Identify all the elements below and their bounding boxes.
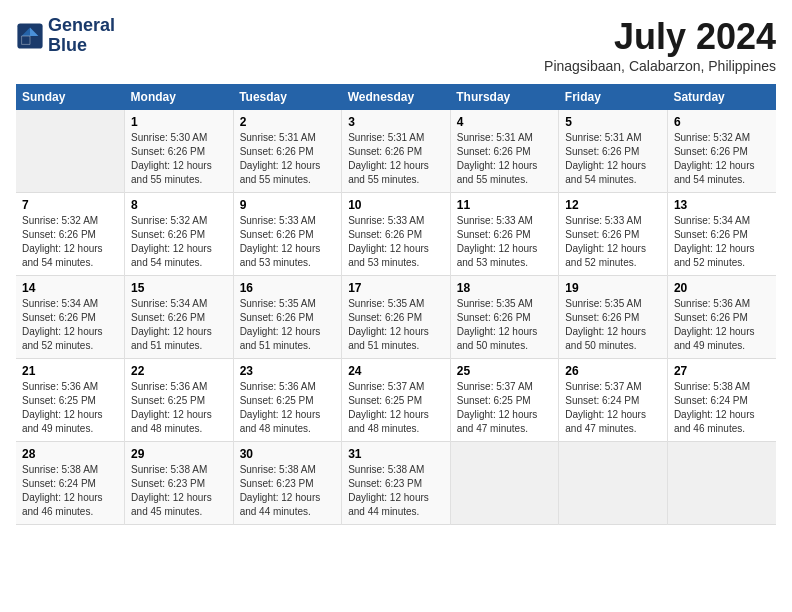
column-header-saturday: Saturday <box>667 84 776 110</box>
calendar-cell: 18Sunrise: 5:35 AM Sunset: 6:26 PM Dayli… <box>450 276 559 359</box>
day-info: Sunrise: 5:36 AM Sunset: 6:25 PM Dayligh… <box>22 380 118 436</box>
calendar-cell: 23Sunrise: 5:36 AM Sunset: 6:25 PM Dayli… <box>233 359 342 442</box>
day-info: Sunrise: 5:38 AM Sunset: 6:24 PM Dayligh… <box>22 463 118 519</box>
day-number: 19 <box>565 281 661 295</box>
day-number: 15 <box>131 281 227 295</box>
day-info: Sunrise: 5:31 AM Sunset: 6:26 PM Dayligh… <box>240 131 336 187</box>
logo-icon <box>16 22 44 50</box>
subtitle: Pinagsibaan, Calabarzon, Philippines <box>544 58 776 74</box>
day-number: 14 <box>22 281 118 295</box>
day-info: Sunrise: 5:34 AM Sunset: 6:26 PM Dayligh… <box>131 297 227 353</box>
calendar-cell: 28Sunrise: 5:38 AM Sunset: 6:24 PM Dayli… <box>16 442 125 525</box>
week-row-4: 21Sunrise: 5:36 AM Sunset: 6:25 PM Dayli… <box>16 359 776 442</box>
day-number: 23 <box>240 364 336 378</box>
week-row-3: 14Sunrise: 5:34 AM Sunset: 6:26 PM Dayli… <box>16 276 776 359</box>
day-info: Sunrise: 5:32 AM Sunset: 6:26 PM Dayligh… <box>22 214 118 270</box>
day-info: Sunrise: 5:33 AM Sunset: 6:26 PM Dayligh… <box>348 214 444 270</box>
title-area: July 2024 Pinagsibaan, Calabarzon, Phili… <box>544 16 776 74</box>
day-number: 26 <box>565 364 661 378</box>
calendar-cell: 13Sunrise: 5:34 AM Sunset: 6:26 PM Dayli… <box>667 193 776 276</box>
day-info: Sunrise: 5:33 AM Sunset: 6:26 PM Dayligh… <box>240 214 336 270</box>
calendar-cell: 17Sunrise: 5:35 AM Sunset: 6:26 PM Dayli… <box>342 276 451 359</box>
day-number: 11 <box>457 198 553 212</box>
day-info: Sunrise: 5:32 AM Sunset: 6:26 PM Dayligh… <box>674 131 770 187</box>
calendar-cell: 11Sunrise: 5:33 AM Sunset: 6:26 PM Dayli… <box>450 193 559 276</box>
day-number: 22 <box>131 364 227 378</box>
day-number: 6 <box>674 115 770 129</box>
day-number: 12 <box>565 198 661 212</box>
day-number: 8 <box>131 198 227 212</box>
column-header-monday: Monday <box>125 84 234 110</box>
calendar-cell: 2Sunrise: 5:31 AM Sunset: 6:26 PM Daylig… <box>233 110 342 193</box>
day-info: Sunrise: 5:38 AM Sunset: 6:23 PM Dayligh… <box>131 463 227 519</box>
calendar-table: SundayMondayTuesdayWednesdayThursdayFrid… <box>16 84 776 525</box>
calendar-cell <box>450 442 559 525</box>
day-number: 16 <box>240 281 336 295</box>
calendar-cell <box>559 442 668 525</box>
day-number: 5 <box>565 115 661 129</box>
calendar-cell: 5Sunrise: 5:31 AM Sunset: 6:26 PM Daylig… <box>559 110 668 193</box>
day-number: 9 <box>240 198 336 212</box>
calendar-cell: 19Sunrise: 5:35 AM Sunset: 6:26 PM Dayli… <box>559 276 668 359</box>
column-header-sunday: Sunday <box>16 84 125 110</box>
header-row: SundayMondayTuesdayWednesdayThursdayFrid… <box>16 84 776 110</box>
day-number: 10 <box>348 198 444 212</box>
calendar-cell: 21Sunrise: 5:36 AM Sunset: 6:25 PM Dayli… <box>16 359 125 442</box>
column-header-thursday: Thursday <box>450 84 559 110</box>
day-number: 21 <box>22 364 118 378</box>
logo-text: General Blue <box>48 16 115 56</box>
calendar-cell: 12Sunrise: 5:33 AM Sunset: 6:26 PM Dayli… <box>559 193 668 276</box>
day-info: Sunrise: 5:30 AM Sunset: 6:26 PM Dayligh… <box>131 131 227 187</box>
column-header-friday: Friday <box>559 84 668 110</box>
day-number: 13 <box>674 198 770 212</box>
column-header-wednesday: Wednesday <box>342 84 451 110</box>
day-info: Sunrise: 5:38 AM Sunset: 6:23 PM Dayligh… <box>348 463 444 519</box>
day-number: 31 <box>348 447 444 461</box>
day-info: Sunrise: 5:35 AM Sunset: 6:26 PM Dayligh… <box>240 297 336 353</box>
header: General Blue July 2024 Pinagsibaan, Cala… <box>16 16 776 74</box>
day-info: Sunrise: 5:36 AM Sunset: 6:25 PM Dayligh… <box>240 380 336 436</box>
main-title: July 2024 <box>544 16 776 58</box>
day-info: Sunrise: 5:33 AM Sunset: 6:26 PM Dayligh… <box>565 214 661 270</box>
calendar-cell <box>667 442 776 525</box>
day-info: Sunrise: 5:32 AM Sunset: 6:26 PM Dayligh… <box>131 214 227 270</box>
calendar-cell: 22Sunrise: 5:36 AM Sunset: 6:25 PM Dayli… <box>125 359 234 442</box>
day-number: 7 <box>22 198 118 212</box>
day-number: 25 <box>457 364 553 378</box>
calendar-cell: 7Sunrise: 5:32 AM Sunset: 6:26 PM Daylig… <box>16 193 125 276</box>
calendar-cell: 8Sunrise: 5:32 AM Sunset: 6:26 PM Daylig… <box>125 193 234 276</box>
calendar-cell: 24Sunrise: 5:37 AM Sunset: 6:25 PM Dayli… <box>342 359 451 442</box>
day-info: Sunrise: 5:37 AM Sunset: 6:25 PM Dayligh… <box>348 380 444 436</box>
calendar-cell: 27Sunrise: 5:38 AM Sunset: 6:24 PM Dayli… <box>667 359 776 442</box>
day-number: 30 <box>240 447 336 461</box>
day-number: 2 <box>240 115 336 129</box>
calendar-cell: 4Sunrise: 5:31 AM Sunset: 6:26 PM Daylig… <box>450 110 559 193</box>
day-number: 4 <box>457 115 553 129</box>
day-number: 28 <box>22 447 118 461</box>
day-number: 18 <box>457 281 553 295</box>
day-number: 29 <box>131 447 227 461</box>
day-info: Sunrise: 5:36 AM Sunset: 6:25 PM Dayligh… <box>131 380 227 436</box>
calendar-cell: 14Sunrise: 5:34 AM Sunset: 6:26 PM Dayli… <box>16 276 125 359</box>
day-info: Sunrise: 5:37 AM Sunset: 6:24 PM Dayligh… <box>565 380 661 436</box>
day-info: Sunrise: 5:31 AM Sunset: 6:26 PM Dayligh… <box>457 131 553 187</box>
calendar-cell: 15Sunrise: 5:34 AM Sunset: 6:26 PM Dayli… <box>125 276 234 359</box>
calendar-cell: 31Sunrise: 5:38 AM Sunset: 6:23 PM Dayli… <box>342 442 451 525</box>
calendar-cell: 16Sunrise: 5:35 AM Sunset: 6:26 PM Dayli… <box>233 276 342 359</box>
day-info: Sunrise: 5:34 AM Sunset: 6:26 PM Dayligh… <box>22 297 118 353</box>
week-row-1: 1Sunrise: 5:30 AM Sunset: 6:26 PM Daylig… <box>16 110 776 193</box>
day-info: Sunrise: 5:38 AM Sunset: 6:24 PM Dayligh… <box>674 380 770 436</box>
day-info: Sunrise: 5:35 AM Sunset: 6:26 PM Dayligh… <box>457 297 553 353</box>
calendar-cell: 1Sunrise: 5:30 AM Sunset: 6:26 PM Daylig… <box>125 110 234 193</box>
day-number: 27 <box>674 364 770 378</box>
day-info: Sunrise: 5:37 AM Sunset: 6:25 PM Dayligh… <box>457 380 553 436</box>
svg-marker-3 <box>22 36 30 44</box>
calendar-cell: 25Sunrise: 5:37 AM Sunset: 6:25 PM Dayli… <box>450 359 559 442</box>
week-row-2: 7Sunrise: 5:32 AM Sunset: 6:26 PM Daylig… <box>16 193 776 276</box>
day-info: Sunrise: 5:38 AM Sunset: 6:23 PM Dayligh… <box>240 463 336 519</box>
day-number: 20 <box>674 281 770 295</box>
logo-line2: Blue <box>48 36 115 56</box>
calendar-cell: 26Sunrise: 5:37 AM Sunset: 6:24 PM Dayli… <box>559 359 668 442</box>
day-info: Sunrise: 5:33 AM Sunset: 6:26 PM Dayligh… <box>457 214 553 270</box>
day-info: Sunrise: 5:31 AM Sunset: 6:26 PM Dayligh… <box>565 131 661 187</box>
